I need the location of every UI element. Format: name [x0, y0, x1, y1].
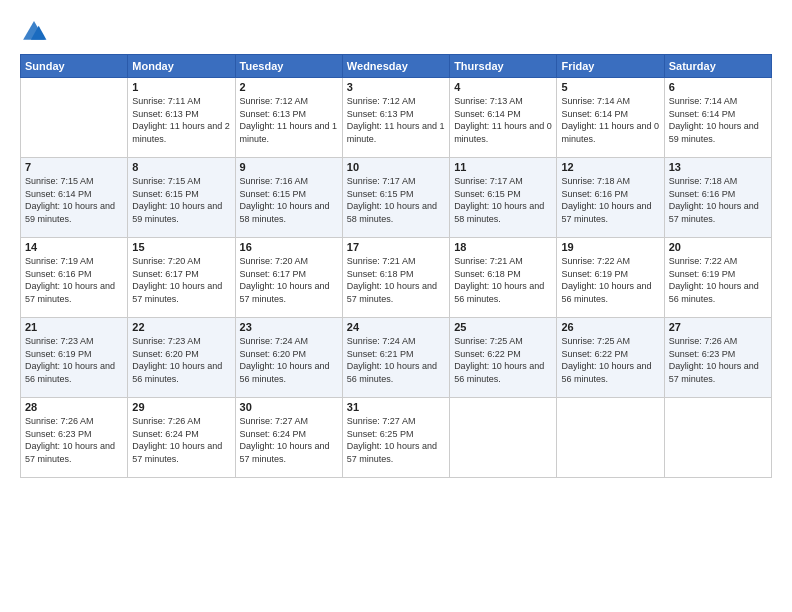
- day-number: 30: [240, 401, 338, 413]
- day-info: Sunrise: 7:26 AMSunset: 6:23 PMDaylight:…: [25, 415, 123, 465]
- day-info: Sunrise: 7:24 AMSunset: 6:20 PMDaylight:…: [240, 335, 338, 385]
- day-info: Sunrise: 7:21 AMSunset: 6:18 PMDaylight:…: [347, 255, 445, 305]
- calendar: SundayMondayTuesdayWednesdayThursdayFrid…: [20, 54, 772, 478]
- calendar-cell: 22Sunrise: 7:23 AMSunset: 6:20 PMDayligh…: [128, 318, 235, 398]
- calendar-cell: 24Sunrise: 7:24 AMSunset: 6:21 PMDayligh…: [342, 318, 449, 398]
- day-number: 29: [132, 401, 230, 413]
- day-info: Sunrise: 7:26 AMSunset: 6:23 PMDaylight:…: [669, 335, 767, 385]
- day-number: 17: [347, 241, 445, 253]
- day-info: Sunrise: 7:26 AMSunset: 6:24 PMDaylight:…: [132, 415, 230, 465]
- day-info: Sunrise: 7:21 AMSunset: 6:18 PMDaylight:…: [454, 255, 552, 305]
- calendar-cell: 2Sunrise: 7:12 AMSunset: 6:13 PMDaylight…: [235, 78, 342, 158]
- calendar-cell: 16Sunrise: 7:20 AMSunset: 6:17 PMDayligh…: [235, 238, 342, 318]
- day-info: Sunrise: 7:27 AMSunset: 6:25 PMDaylight:…: [347, 415, 445, 465]
- calendar-cell: 9Sunrise: 7:16 AMSunset: 6:15 PMDaylight…: [235, 158, 342, 238]
- calendar-cell: 19Sunrise: 7:22 AMSunset: 6:19 PMDayligh…: [557, 238, 664, 318]
- day-number: 18: [454, 241, 552, 253]
- day-number: 9: [240, 161, 338, 173]
- calendar-week-row: 28Sunrise: 7:26 AMSunset: 6:23 PMDayligh…: [21, 398, 772, 478]
- page: SundayMondayTuesdayWednesdayThursdayFrid…: [0, 0, 792, 612]
- day-info: Sunrise: 7:23 AMSunset: 6:19 PMDaylight:…: [25, 335, 123, 385]
- day-number: 31: [347, 401, 445, 413]
- calendar-cell: 3Sunrise: 7:12 AMSunset: 6:13 PMDaylight…: [342, 78, 449, 158]
- calendar-cell: [21, 78, 128, 158]
- day-number: 24: [347, 321, 445, 333]
- day-number: 13: [669, 161, 767, 173]
- day-number: 10: [347, 161, 445, 173]
- calendar-cell: 18Sunrise: 7:21 AMSunset: 6:18 PMDayligh…: [450, 238, 557, 318]
- day-info: Sunrise: 7:15 AMSunset: 6:15 PMDaylight:…: [132, 175, 230, 225]
- day-info: Sunrise: 7:12 AMSunset: 6:13 PMDaylight:…: [240, 95, 338, 145]
- calendar-cell: 20Sunrise: 7:22 AMSunset: 6:19 PMDayligh…: [664, 238, 771, 318]
- day-info: Sunrise: 7:17 AMSunset: 6:15 PMDaylight:…: [454, 175, 552, 225]
- day-number: 6: [669, 81, 767, 93]
- day-of-week-header: Tuesday: [235, 55, 342, 78]
- calendar-cell: 25Sunrise: 7:25 AMSunset: 6:22 PMDayligh…: [450, 318, 557, 398]
- calendar-cell: 17Sunrise: 7:21 AMSunset: 6:18 PMDayligh…: [342, 238, 449, 318]
- calendar-cell: 28Sunrise: 7:26 AMSunset: 6:23 PMDayligh…: [21, 398, 128, 478]
- calendar-cell: 29Sunrise: 7:26 AMSunset: 6:24 PMDayligh…: [128, 398, 235, 478]
- day-number: 11: [454, 161, 552, 173]
- calendar-cell: 12Sunrise: 7:18 AMSunset: 6:16 PMDayligh…: [557, 158, 664, 238]
- day-info: Sunrise: 7:16 AMSunset: 6:15 PMDaylight:…: [240, 175, 338, 225]
- day-info: Sunrise: 7:22 AMSunset: 6:19 PMDaylight:…: [561, 255, 659, 305]
- day-info: Sunrise: 7:14 AMSunset: 6:14 PMDaylight:…: [669, 95, 767, 145]
- day-info: Sunrise: 7:27 AMSunset: 6:24 PMDaylight:…: [240, 415, 338, 465]
- logo-icon: [20, 18, 48, 46]
- day-info: Sunrise: 7:25 AMSunset: 6:22 PMDaylight:…: [561, 335, 659, 385]
- calendar-cell: [557, 398, 664, 478]
- day-number: 27: [669, 321, 767, 333]
- day-number: 20: [669, 241, 767, 253]
- day-number: 21: [25, 321, 123, 333]
- calendar-cell: [450, 398, 557, 478]
- calendar-cell: 11Sunrise: 7:17 AMSunset: 6:15 PMDayligh…: [450, 158, 557, 238]
- day-number: 19: [561, 241, 659, 253]
- calendar-cell: 6Sunrise: 7:14 AMSunset: 6:14 PMDaylight…: [664, 78, 771, 158]
- day-info: Sunrise: 7:13 AMSunset: 6:14 PMDaylight:…: [454, 95, 552, 145]
- calendar-cell: 26Sunrise: 7:25 AMSunset: 6:22 PMDayligh…: [557, 318, 664, 398]
- calendar-cell: [664, 398, 771, 478]
- day-number: 5: [561, 81, 659, 93]
- day-of-week-header: Wednesday: [342, 55, 449, 78]
- logo: [20, 18, 52, 46]
- day-number: 23: [240, 321, 338, 333]
- day-of-week-header: Saturday: [664, 55, 771, 78]
- day-number: 8: [132, 161, 230, 173]
- day-number: 16: [240, 241, 338, 253]
- day-info: Sunrise: 7:20 AMSunset: 6:17 PMDaylight:…: [240, 255, 338, 305]
- day-number: 25: [454, 321, 552, 333]
- day-of-week-header: Friday: [557, 55, 664, 78]
- day-number: 2: [240, 81, 338, 93]
- day-number: 14: [25, 241, 123, 253]
- day-info: Sunrise: 7:14 AMSunset: 6:14 PMDaylight:…: [561, 95, 659, 145]
- day-number: 7: [25, 161, 123, 173]
- calendar-cell: 1Sunrise: 7:11 AMSunset: 6:13 PMDaylight…: [128, 78, 235, 158]
- day-of-week-header: Sunday: [21, 55, 128, 78]
- header: [20, 18, 772, 46]
- day-of-week-header: Monday: [128, 55, 235, 78]
- day-info: Sunrise: 7:15 AMSunset: 6:14 PMDaylight:…: [25, 175, 123, 225]
- day-number: 15: [132, 241, 230, 253]
- calendar-cell: 5Sunrise: 7:14 AMSunset: 6:14 PMDaylight…: [557, 78, 664, 158]
- calendar-cell: 27Sunrise: 7:26 AMSunset: 6:23 PMDayligh…: [664, 318, 771, 398]
- day-number: 1: [132, 81, 230, 93]
- day-info: Sunrise: 7:18 AMSunset: 6:16 PMDaylight:…: [561, 175, 659, 225]
- calendar-week-row: 7Sunrise: 7:15 AMSunset: 6:14 PMDaylight…: [21, 158, 772, 238]
- calendar-week-row: 14Sunrise: 7:19 AMSunset: 6:16 PMDayligh…: [21, 238, 772, 318]
- day-number: 22: [132, 321, 230, 333]
- day-info: Sunrise: 7:12 AMSunset: 6:13 PMDaylight:…: [347, 95, 445, 145]
- day-info: Sunrise: 7:24 AMSunset: 6:21 PMDaylight:…: [347, 335, 445, 385]
- day-number: 26: [561, 321, 659, 333]
- day-info: Sunrise: 7:18 AMSunset: 6:16 PMDaylight:…: [669, 175, 767, 225]
- calendar-cell: 15Sunrise: 7:20 AMSunset: 6:17 PMDayligh…: [128, 238, 235, 318]
- calendar-week-row: 21Sunrise: 7:23 AMSunset: 6:19 PMDayligh…: [21, 318, 772, 398]
- calendar-cell: 10Sunrise: 7:17 AMSunset: 6:15 PMDayligh…: [342, 158, 449, 238]
- day-info: Sunrise: 7:25 AMSunset: 6:22 PMDaylight:…: [454, 335, 552, 385]
- calendar-cell: 13Sunrise: 7:18 AMSunset: 6:16 PMDayligh…: [664, 158, 771, 238]
- day-number: 4: [454, 81, 552, 93]
- calendar-week-row: 1Sunrise: 7:11 AMSunset: 6:13 PMDaylight…: [21, 78, 772, 158]
- calendar-cell: 31Sunrise: 7:27 AMSunset: 6:25 PMDayligh…: [342, 398, 449, 478]
- calendar-cell: 21Sunrise: 7:23 AMSunset: 6:19 PMDayligh…: [21, 318, 128, 398]
- day-number: 12: [561, 161, 659, 173]
- day-info: Sunrise: 7:23 AMSunset: 6:20 PMDaylight:…: [132, 335, 230, 385]
